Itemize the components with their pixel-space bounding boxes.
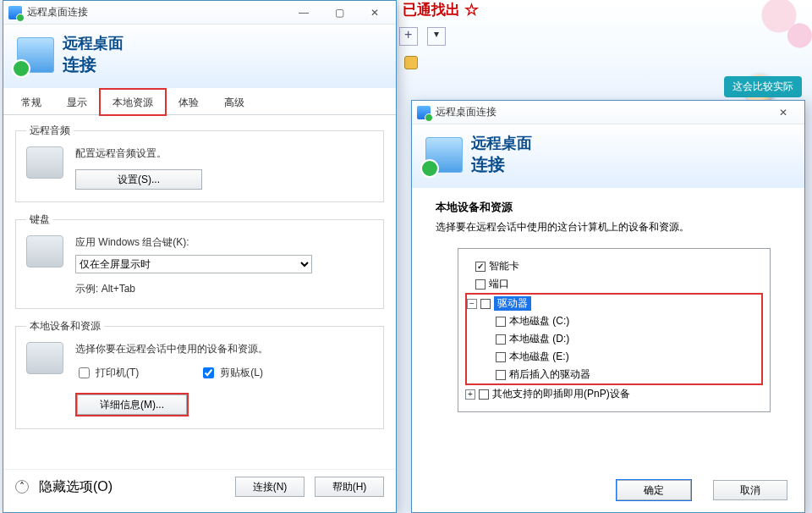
speaker-icon (26, 146, 63, 179)
group-local-devices: 本地设备和资源 选择你要在远程会话中使用的设备和资源。 打印机(T) 剪贴板(L… (15, 319, 384, 429)
tree-item-drive-e[interactable]: 本地磁盘 (E:) (467, 348, 761, 366)
banner: 远程桌面 连接 (412, 124, 804, 188)
checkbox-icon[interactable] (496, 334, 506, 345)
legend-local-devices: 本地设备和资源 (26, 319, 104, 334)
highlight-more-button: 详细信息(M)... (75, 393, 189, 416)
tree-item-pnp[interactable]: + 其他支持的即插即用(PnP)设备 (465, 385, 763, 403)
close-button[interactable]: ✕ (765, 103, 801, 122)
window-rdc-main: 远程桌面连接 — ▢ ✕ 远程桌面 连接 常规 显示 本地资源 体验 高级 远程… (3, 0, 397, 513)
tree-item-smartcard[interactable]: 智能卡 (465, 257, 763, 275)
keyboard-example: 示例: Alt+Tab (75, 282, 373, 296)
bg-truncated-text: 已通找出 ☆ (403, 0, 479, 19)
banner: 远程桌面 连接 (3, 25, 396, 88)
titlebar[interactable]: 远程桌面连接 — ▢ ✕ (3, 1, 396, 25)
checkbox-printers[interactable]: 打印机(T) (75, 365, 139, 381)
keyboard-label: 应用 Windows 组合键(K): (75, 235, 373, 250)
grid-icon[interactable]: ▾ (427, 27, 446, 46)
banner-line1: 远程桌面 (63, 33, 123, 53)
cancel-button[interactable]: 取消 (713, 480, 787, 500)
tab-experience[interactable]: 体验 (166, 89, 211, 115)
audio-text: 配置远程音频设置。 (75, 146, 373, 161)
close-button[interactable]: ✕ (357, 3, 392, 22)
keyboard-icon (26, 235, 63, 268)
chevron-up-icon[interactable]: ˄ (15, 480, 29, 494)
tabs: 常规 显示 本地资源 体验 高级 (3, 88, 396, 115)
rdc-icon (8, 6, 22, 19)
checkbox-printers-input[interactable] (79, 367, 90, 378)
checkbox-icon[interactable] (496, 352, 506, 362)
section-text: 选择要在远程会话中使用的这台计算机上的设备和资源。 (412, 215, 804, 248)
chat-bubble: 这会比较实际 (724, 76, 802, 97)
group-keyboard: 键盘 应用 Windows 组合键(K): 仅在全屏显示时 示例: Alt+Ta… (15, 212, 384, 309)
tree-item-drive-c[interactable]: 本地磁盘 (C:) (467, 312, 761, 330)
window-title: 远程桌面连接 (27, 5, 88, 19)
device-tree: 智能卡 端口 − 驱动器 本地磁盘 (C:) 本地磁盘 (D:) (458, 248, 771, 412)
checkbox-icon[interactable] (496, 370, 506, 380)
footer: ˄ 隐藏选项(O) 连接(N) 帮助(H) (3, 469, 396, 512)
titlebar[interactable]: 远程桌面连接 ✕ (412, 101, 804, 124)
window-rdc-devices: 远程桌面连接 ✕ 远程桌面 连接 本地设备和资源 选择要在远程会话中使用的这台计… (411, 100, 805, 513)
tab-display[interactable]: 显示 (54, 89, 100, 115)
connect-button[interactable]: 连接(N) (235, 477, 304, 497)
maximize-button[interactable]: ▢ (321, 3, 357, 22)
collapse-icon[interactable]: − (467, 299, 477, 309)
checkbox-icon[interactable] (479, 389, 489, 400)
window-title: 远程桌面连接 (436, 105, 497, 119)
tab-general[interactable]: 常规 (8, 89, 54, 115)
banner-icon (425, 137, 463, 173)
hide-options-link[interactable]: 隐藏选项(O) (39, 478, 112, 496)
tab-advanced[interactable]: 高级 (211, 89, 257, 115)
minimize-button[interactable]: — (286, 3, 321, 22)
tree-item-drive-d[interactable]: 本地磁盘 (D:) (467, 330, 761, 348)
tab-local-resources[interactable]: 本地资源 (100, 89, 166, 115)
legend-remote-audio: 远程音频 (26, 124, 74, 138)
tree-selected-label: 驱动器 (494, 296, 531, 311)
banner-line2: 连接 (471, 153, 532, 176)
emoji-icon (404, 56, 418, 69)
checkbox-icon[interactable] (480, 299, 491, 309)
plus-icon[interactable]: + (399, 27, 418, 46)
help-button[interactable]: 帮助(H) (315, 477, 384, 497)
checkbox-clipboard-input[interactable] (203, 367, 214, 378)
audio-settings-button[interactable]: 设置(S)... (75, 169, 202, 190)
rdc-icon (417, 106, 431, 119)
localdev-text: 选择你要在远程会话中使用的设备和资源。 (75, 342, 373, 356)
ok-button[interactable]: 确定 (617, 480, 691, 500)
bg-toolbar: + ▾ (399, 27, 453, 46)
tree-item-drive-later[interactable]: 稍后插入的驱动器 (467, 366, 761, 383)
banner-line1: 远程桌面 (471, 133, 532, 153)
expand-icon[interactable]: + (465, 389, 475, 400)
tree-item-ports[interactable]: 端口 (465, 275, 763, 293)
more-details-button[interactable]: 详细信息(M)... (77, 394, 187, 415)
tree-item-drives[interactable]: − 驱动器 (467, 295, 761, 312)
section-heading: 本地设备和资源 (412, 200, 804, 215)
checkbox-clipboard[interactable]: 剪贴板(L) (200, 365, 263, 381)
keyboard-combo[interactable]: 仅在全屏显示时 (75, 255, 312, 273)
highlight-drives-group: − 驱动器 本地磁盘 (C:) 本地磁盘 (D:) 本地磁盘 (E:) 稍后插入… (465, 293, 763, 385)
group-remote-audio: 远程音频 配置远程音频设置。 设置(S)... (15, 124, 384, 202)
checkbox-icon[interactable] (475, 262, 486, 272)
banner-icon (17, 37, 54, 73)
legend-keyboard: 键盘 (26, 212, 53, 227)
dialog-footer: 确定 取消 (617, 480, 787, 500)
checkbox-icon[interactable] (475, 279, 486, 290)
checkbox-icon[interactable] (496, 317, 506, 327)
banner-line2: 连接 (63, 53, 123, 76)
printer-icon (26, 342, 63, 374)
